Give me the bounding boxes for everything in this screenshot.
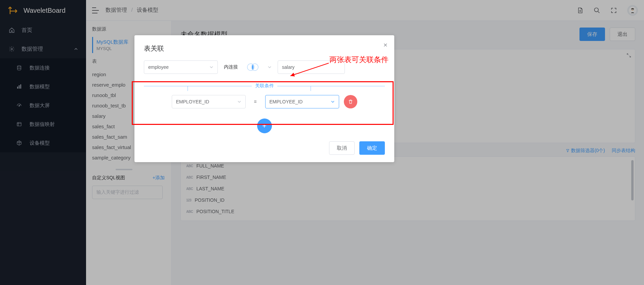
chevron-down-icon [331,100,335,104]
table-join-modal: ✕ 表关联 employee 内连接 salary 关联条件 EMPLOYEE_… [134,35,394,162]
close-icon[interactable]: ✕ [383,42,388,48]
join-type-label: 内连接 [224,64,238,70]
left-table-select[interactable]: employee [144,60,218,74]
cancel-button[interactable]: 取消 [329,141,355,155]
left-field-select[interactable]: EMPLOYEE_ID [172,95,246,108]
right-field-select[interactable]: EMPLOYEE_ID [265,95,339,108]
ok-button[interactable]: 确定 [359,141,385,155]
join-conditions-section: 关联条件 EMPLOYEE_ID = EMPLOYEE_ID [144,86,385,108]
condition-row: EMPLOYEE_ID = EMPLOYEE_ID [144,95,385,108]
operator-label: = [250,99,260,104]
inner-join-icon [245,62,260,72]
right-table-input[interactable]: salary [278,60,345,74]
delete-condition-button[interactable] [344,95,357,108]
chevron-down-icon [237,100,241,104]
add-condition-button[interactable]: + [257,118,272,133]
section-legend: 关联条件 [252,83,277,89]
chevron-down-icon [209,65,213,69]
modal-title: 表关联 [144,44,385,53]
chevron-down-icon[interactable] [268,65,272,69]
